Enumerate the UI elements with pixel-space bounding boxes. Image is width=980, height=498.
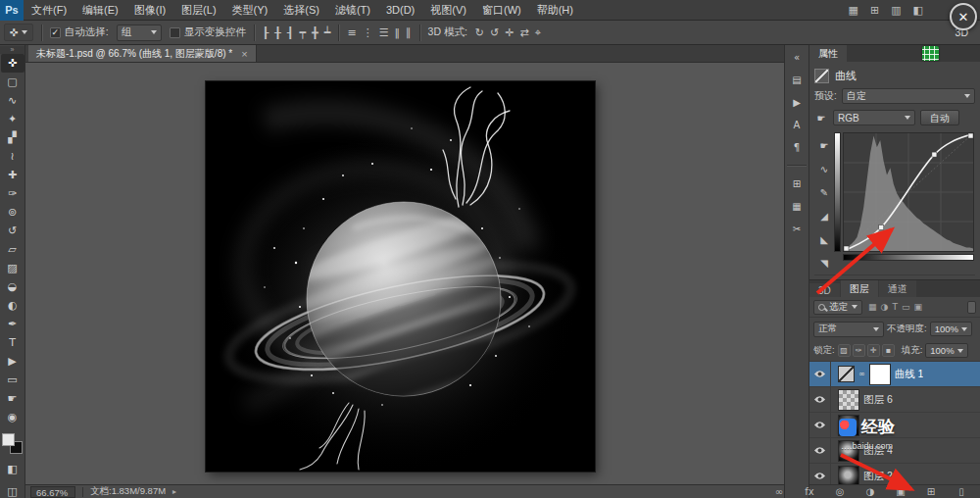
screen-mode-toggle-icon[interactable]: ◫ — [1, 482, 24, 498]
layer-row-hidden-name[interactable] — [809, 413, 980, 438]
menu-item[interactable]: 类型(Y) — [224, 0, 276, 21]
menu-item[interactable]: 帮助(H) — [529, 0, 581, 21]
filter-toggle-switch[interactable] — [967, 301, 976, 314]
visibility-eye-icon[interactable] — [809, 362, 831, 386]
clone-source-panel-icon[interactable]: ⊞ — [786, 174, 808, 192]
checkbox-unchecked-icon[interactable] — [170, 27, 180, 38]
eyedropper-tool[interactable]: ≀ — [1, 147, 24, 166]
layer-mask-thumbnail[interactable] — [869, 364, 891, 385]
arrange-documents-icon[interactable]: ▥ — [891, 4, 901, 17]
align-vertical-centers-icon[interactable]: ╋ — [312, 27, 318, 38]
black-point-sampler-icon[interactable]: ◢ — [813, 207, 835, 224]
lock-transparency-icon[interactable]: ▨ — [838, 344, 851, 357]
visibility-eye-icon[interactable] — [809, 413, 831, 437]
color-swatches[interactable] — [2, 433, 23, 454]
clip-to-layer-icon[interactable]: ◫ — [819, 279, 828, 280]
healing-brush-tool[interactable]: ✚ — [1, 166, 24, 184]
layer-style-icon[interactable]: fx — [799, 483, 820, 498]
layer-row-6[interactable]: 图层 6 — [809, 387, 980, 413]
menu-item[interactable]: 滤镜(T) — [327, 0, 378, 21]
auto-button[interactable]: 自动 — [920, 110, 959, 125]
tool-preset-dropdown[interactable]: ✜ — [4, 24, 33, 41]
layer-thumbnail[interactable] — [838, 466, 859, 485]
align-bottom-edges-icon[interactable]: ┷ — [324, 27, 331, 38]
auto-select-checkbox[interactable]: ✓ 自动选择: — [50, 25, 109, 39]
brushes-panel-icon[interactable]: ▦ — [786, 197, 808, 215]
history-brush-tool[interactable]: ↺ — [1, 222, 24, 240]
zoom-level-field[interactable]: 66.67% — [30, 486, 75, 498]
visibility-eye-icon[interactable] — [809, 387, 831, 412]
3d-rotate-icon[interactable]: ↻ — [475, 27, 484, 38]
link-layers-icon[interactable]: ∞ — [768, 483, 790, 498]
marquee-tool[interactable]: ▢ — [1, 73, 24, 91]
layer-row-curves-1[interactable]: ∞ 曲线 1 — [809, 362, 980, 387]
tab-layers[interactable]: 图层 — [841, 280, 878, 297]
new-layer-icon[interactable]: ⊞ — [920, 483, 942, 498]
lock-all-icon[interactable]: ▪ — [882, 344, 895, 357]
distribute-bottoms-icon[interactable]: ☰ — [379, 27, 389, 38]
tab-3d[interactable]: 3D — [809, 283, 840, 297]
curve-edit-icon[interactable]: ∿ — [813, 160, 835, 177]
menu-item[interactable]: 3D(D) — [378, 0, 422, 21]
foreground-color-swatch[interactable] — [2, 433, 15, 446]
gradient-tool[interactable]: ▨ — [1, 259, 24, 277]
status-expand-icon[interactable]: ▸ — [172, 487, 176, 496]
pencil-icon[interactable]: ✎ — [813, 183, 835, 201]
actions-panel-icon[interactable]: ▶ — [786, 93, 808, 111]
toggle-visibility-icon[interactable]: ⊙ — [918, 275, 940, 279]
tab-properties[interactable]: 属性 — [809, 45, 847, 62]
photoshop-logo-icon[interactable]: Ps — [0, 0, 24, 21]
filter-shape-layers-icon[interactable]: ▭ — [902, 302, 910, 312]
distribute-vertical-centers-icon[interactable]: ⋮ — [363, 27, 373, 38]
zoom-tool[interactable]: ◉ — [1, 408, 24, 426]
shape-tool[interactable]: ▭ — [1, 371, 24, 389]
menu-item[interactable]: 选择(S) — [275, 0, 327, 21]
previous-state-icon[interactable]: ↺ — [888, 275, 909, 279]
menu-item[interactable]: 图像(I) — [126, 0, 173, 21]
blur-tool[interactable]: ◒ — [1, 277, 24, 296]
screen-mode-icon[interactable]: ◧ — [913, 4, 923, 17]
view-extras-icon[interactable]: ⊞ — [870, 4, 879, 17]
menu-item[interactable]: 文件(F) — [24, 0, 74, 21]
targeted-adjustment-tool-icon[interactable]: ☛ — [813, 136, 835, 154]
distribute-horizontal-centers-icon[interactable]: ∥ — [406, 27, 412, 38]
3d-slide-icon[interactable]: ⇄ — [520, 27, 529, 38]
pen-tool[interactable]: ✒ — [1, 315, 24, 333]
3d-roll-icon[interactable]: ↺ — [490, 27, 499, 38]
canvas[interactable] — [206, 81, 595, 472]
capture-close-button[interactable]: ✕ — [950, 3, 977, 30]
hand-tool[interactable]: ☛ — [1, 389, 24, 408]
eraser-tool[interactable]: ▱ — [1, 240, 24, 259]
distribute-lefts-icon[interactable]: ‖ — [395, 27, 401, 38]
fill-field[interactable]: 100% — [925, 343, 967, 358]
new-adjustment-layer-icon[interactable]: ◑ — [859, 483, 881, 498]
add-layer-mask-icon[interactable]: ◎ — [829, 483, 851, 498]
path-selection-tool[interactable]: ▶ — [1, 352, 24, 371]
layer-filter-dropdown[interactable]: 选定 — [813, 300, 862, 315]
auto-select-target-dropdown[interactable]: 组 — [117, 25, 162, 41]
tab-channels[interactable]: 通道 — [879, 280, 916, 297]
lock-position-icon[interactable]: ✛ — [867, 344, 880, 357]
checkbox-checked-icon[interactable]: ✓ — [50, 27, 61, 38]
delete-layer-icon[interactable]: ▯ — [951, 483, 972, 498]
dodge-tool[interactable]: ◐ — [1, 296, 24, 315]
opacity-field[interactable]: 100% — [930, 322, 972, 336]
align-horizontal-centers-icon[interactable]: ╂ — [274, 27, 281, 38]
scissors-panel-icon[interactable]: ✂ — [786, 220, 808, 237]
toolbox-collapse-icon[interactable]: » — [0, 46, 24, 54]
layer-row-2[interactable]: 图层 2 — [809, 464, 980, 484]
lock-pixels-icon[interactable]: ✑ — [853, 344, 865, 357]
character-panel-icon[interactable]: A — [786, 116, 808, 133]
filter-adjustment-layers-icon[interactable]: ◑ — [881, 302, 889, 312]
preset-dropdown[interactable]: 自定 — [842, 88, 975, 104]
menu-item[interactable]: 窗口(W) — [474, 0, 529, 21]
channel-dropdown[interactable]: RGB — [833, 110, 915, 125]
menu-item[interactable]: 编辑(E) — [74, 0, 126, 21]
close-tab-icon[interactable]: × — [241, 48, 247, 60]
new-group-icon[interactable]: ▣ — [890, 483, 911, 498]
bridge-launch-icon[interactable]: ▦ — [849, 4, 858, 17]
quick-selection-tool[interactable]: ✦ — [1, 110, 24, 128]
menu-item[interactable]: 视图(V) — [422, 0, 474, 21]
white-point-sampler-icon[interactable]: ◥ — [813, 254, 835, 272]
3d-pan-icon[interactable]: ✛ — [505, 27, 514, 38]
